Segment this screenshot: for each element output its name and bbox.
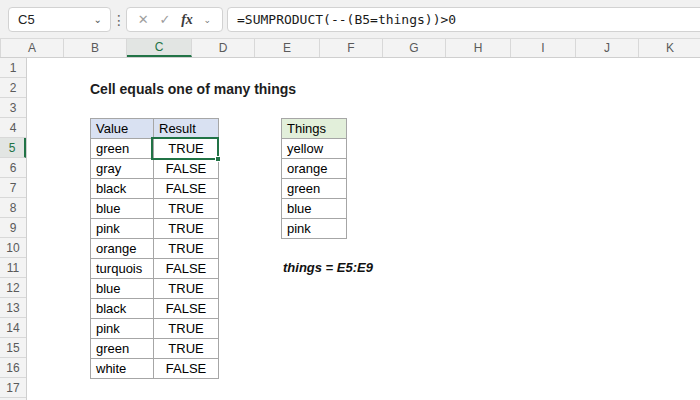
table-row: blue [282, 199, 347, 219]
row-header-10[interactable]: 10 [0, 238, 26, 258]
chevron-down-icon[interactable]: ⌄ [204, 15, 212, 25]
value-column-header[interactable]: Value [91, 119, 154, 139]
insert-function-icon[interactable]: fx [181, 12, 193, 28]
table-row: pinkTRUE [91, 219, 219, 239]
value-result-table: Value Result greenTRUEgrayFALSEblackFALS… [90, 118, 219, 379]
table-row: whiteFALSE [91, 359, 219, 379]
table-header-row: Things [282, 119, 347, 139]
things-cell[interactable]: yellow [282, 139, 347, 159]
column-header-J[interactable]: J [576, 39, 639, 57]
table-row: green [282, 179, 347, 199]
name-box[interactable]: C5 ⌄ [8, 7, 111, 32]
row-header-3[interactable]: 3 [0, 98, 26, 118]
result-column-header[interactable]: Result [154, 119, 219, 139]
value-cell[interactable]: white [91, 359, 154, 379]
row-header-16[interactable]: 16 [0, 358, 26, 378]
value-cell[interactable]: blue [91, 279, 154, 299]
table-row: grayFALSE [91, 159, 219, 179]
row-header-14[interactable]: 14 [0, 318, 26, 338]
column-header-F[interactable]: F [320, 39, 383, 57]
cancel-icon[interactable]: ✕ [138, 12, 149, 27]
row-header-17[interactable]: 17 [0, 378, 26, 398]
drag-handle-dots-icon: ⋮ [114, 7, 124, 32]
result-cell[interactable]: TRUE [154, 199, 219, 219]
column-header-C[interactable]: C [127, 39, 192, 57]
result-cell[interactable]: FALSE [154, 179, 219, 199]
result-cell[interactable]: TRUE [154, 339, 219, 359]
things-column-header[interactable]: Things [282, 119, 347, 139]
row-header-4[interactable]: 4 [0, 118, 26, 138]
table-row: pinkTRUE [91, 319, 219, 339]
formula-text: =SUMPRODUCT(--(B5=things))>0 [228, 12, 456, 27]
result-cell[interactable]: TRUE [154, 219, 219, 239]
row-header-13[interactable]: 13 [0, 298, 26, 318]
things-cell[interactable]: blue [282, 199, 347, 219]
column-header-B[interactable]: B [64, 39, 127, 57]
value-cell[interactable]: green [91, 139, 154, 159]
result-cell[interactable]: FALSE [154, 359, 219, 379]
table-row: turquoisFALSE [91, 259, 219, 279]
things-cell[interactable]: pink [282, 219, 347, 239]
things-cell[interactable]: green [282, 179, 347, 199]
named-range-note: things = E5:E9 [283, 258, 373, 278]
sheet-canvas: Cell equals one of many things Value Res… [27, 58, 700, 400]
formula-bar: C5 ⌄ ⋮ ✕ ✓ fx ⌄ =SUMPRODUCT(--(B5=things… [0, 0, 700, 38]
value-cell[interactable]: black [91, 299, 154, 319]
column-headers: ABCDEFGHIJK [0, 38, 700, 58]
formula-buttons: ✕ ✓ fx ⌄ [126, 7, 223, 32]
chevron-down-icon[interactable]: ⌄ [94, 14, 110, 25]
row-headers: 1234567891011121314151617 [0, 58, 27, 400]
row-header-2[interactable]: 2 [0, 78, 26, 98]
table-header-row: Value Result [91, 119, 219, 139]
table-row: greenTRUE [91, 339, 219, 359]
column-header-I[interactable]: I [511, 39, 576, 57]
name-box-value: C5 [9, 12, 94, 27]
column-header-A[interactable]: A [1, 39, 64, 57]
table-row: orangeTRUE [91, 239, 219, 259]
row-header-9[interactable]: 9 [0, 218, 26, 238]
value-cell[interactable]: turquois [91, 259, 154, 279]
row-header-6[interactable]: 6 [0, 158, 26, 178]
row-header-15[interactable]: 15 [0, 338, 26, 358]
value-cell[interactable]: pink [91, 319, 154, 339]
result-cell[interactable]: FALSE [154, 299, 219, 319]
row-header-8[interactable]: 8 [0, 198, 26, 218]
result-cell[interactable]: TRUE [154, 239, 219, 259]
column-header-K[interactable]: K [639, 39, 700, 57]
result-cell[interactable]: FALSE [154, 159, 219, 179]
value-cell[interactable]: orange [91, 239, 154, 259]
result-cell[interactable]: TRUE [154, 139, 219, 159]
table-row: greenTRUE [91, 139, 219, 159]
table-row: blackFALSE [91, 299, 219, 319]
result-cell[interactable]: TRUE [154, 279, 219, 299]
excel-window: C5 ⌄ ⋮ ✕ ✓ fx ⌄ =SUMPRODUCT(--(B5=things… [0, 0, 700, 400]
row-header-5[interactable]: 5 [0, 138, 26, 158]
table-row: orange [282, 159, 347, 179]
things-cell[interactable]: orange [282, 159, 347, 179]
column-header-E[interactable]: E [255, 39, 320, 57]
result-cell[interactable]: TRUE [154, 319, 219, 339]
row-header-11[interactable]: 11 [0, 258, 26, 278]
table-row: blueTRUE [91, 199, 219, 219]
column-header-G[interactable]: G [383, 39, 446, 57]
result-cell[interactable]: FALSE [154, 259, 219, 279]
row-header-1[interactable]: 1 [0, 58, 26, 78]
table-row: yellow [282, 139, 347, 159]
column-header-D[interactable]: D [192, 39, 255, 57]
value-cell[interactable]: pink [91, 219, 154, 239]
table-row: blackFALSE [91, 179, 219, 199]
value-cell[interactable]: gray [91, 159, 154, 179]
table-row: blueTRUE [91, 279, 219, 299]
row-header-7[interactable]: 7 [0, 178, 26, 198]
formula-input[interactable]: =SUMPRODUCT(--(B5=things))>0 [227, 7, 700, 32]
table-row: pink [282, 219, 347, 239]
enter-icon[interactable]: ✓ [159, 12, 170, 27]
select-all-button[interactable] [0, 39, 1, 57]
things-table: Things yelloworangegreenbluepink [281, 118, 347, 239]
value-cell[interactable]: black [91, 179, 154, 199]
row-header-12[interactable]: 12 [0, 278, 26, 298]
value-cell[interactable]: blue [91, 199, 154, 219]
column-header-H[interactable]: H [446, 39, 511, 57]
value-cell[interactable]: green [91, 339, 154, 359]
sheet-title: Cell equals one of many things [90, 79, 296, 99]
